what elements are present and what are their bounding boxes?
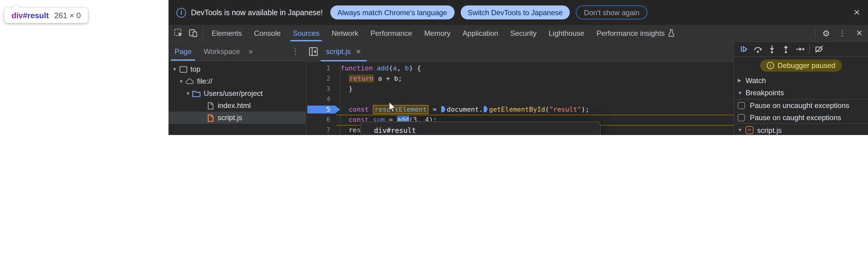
tab-memory[interactable]: Memory <box>418 25 457 41</box>
code-token <box>369 106 373 114</box>
infobar-close-icon[interactable]: ✕ <box>854 8 860 17</box>
tab-label: Performance insights <box>596 29 664 37</box>
section-watch[interactable]: ▶ Watch <box>734 74 868 87</box>
tree-item-label: Users/user/project <box>204 89 263 98</box>
tree-item-top[interactable]: ▼top <box>168 63 306 75</box>
editor-tab-scriptjs[interactable]: script.js ✕ <box>321 42 367 61</box>
line-content: } <box>330 84 353 94</box>
code-token: ) { <box>409 64 421 72</box>
pause-uncaught-checkbox[interactable] <box>738 102 745 109</box>
switch-devtools-japanese-button[interactable]: Switch DevTools to Japanese <box>460 5 570 20</box>
line-number[interactable]: 5 <box>306 104 330 115</box>
tree-item-script-js[interactable]: script.js <box>168 112 306 124</box>
deactivate-breakpoints-button[interactable] <box>812 42 826 56</box>
line-number[interactable]: 4 <box>306 94 330 104</box>
debugger-paused-pill: i Debugger paused <box>760 59 842 71</box>
code-token: document. <box>447 106 483 114</box>
devtools-window: i DevTools is now available in Japanese!… <box>168 0 868 135</box>
chevron-right-icon: ▶ <box>738 78 746 83</box>
pause-caught-checkbox[interactable] <box>738 114 745 121</box>
tab-performance-insights[interactable]: Performance insights <box>590 25 680 41</box>
toggle-navigator-icon[interactable] <box>306 44 321 59</box>
line-number[interactable]: 6 <box>306 115 330 125</box>
code-token: "result" <box>549 106 581 114</box>
code-token: a + b; <box>374 74 402 83</box>
breakpoint-group[interactable]: ▼ ‹› script.js <box>734 124 868 135</box>
tab-security[interactable]: Security <box>504 25 543 41</box>
tab-label: Lighthouse <box>549 29 584 37</box>
tree-item-label: top <box>190 65 200 73</box>
step-button[interactable] <box>793 42 807 56</box>
line-number[interactable]: 7 <box>306 125 330 135</box>
code-token: a <box>393 64 397 72</box>
line-number[interactable]: 3 <box>306 84 330 94</box>
tree-item-file-[interactable]: ▼file:// <box>168 75 306 87</box>
section-breakpoints[interactable]: ▼ Breakpoints <box>734 87 868 99</box>
inline-breakpoint-marker-icon[interactable] <box>441 106 445 112</box>
tab-console[interactable]: Console <box>248 25 287 41</box>
tab-label: Security <box>510 29 537 37</box>
tab-sources[interactable]: Sources <box>287 25 326 41</box>
code-line-1[interactable]: 1function add(a, b) { <box>306 63 734 73</box>
code-token: , <box>397 64 405 72</box>
flask-icon <box>668 29 674 37</box>
code-token: resultElement <box>373 105 429 114</box>
tab-performance[interactable]: Performance <box>364 25 418 41</box>
inspect-element-icon[interactable] <box>171 26 185 40</box>
settings-gear-icon[interactable]: ⚙ <box>818 28 834 38</box>
inline-breakpoint-marker-icon[interactable] <box>484 106 488 112</box>
tree-item-label: script.js <box>218 114 242 122</box>
paused-info-icon: i <box>767 62 774 69</box>
code-token: = <box>429 106 441 114</box>
device-toolbar-icon[interactable] <box>185 26 200 40</box>
tab-close-icon[interactable]: ✕ <box>355 48 361 56</box>
tab-network[interactable]: Network <box>326 25 364 41</box>
code-line-2[interactable]: 2 return a + b; <box>306 73 734 84</box>
close-devtools-icon[interactable]: ✕ <box>850 29 868 38</box>
line-number[interactable]: 1 <box>306 63 330 73</box>
code-line-4[interactable]: 4 <box>306 94 734 104</box>
resume-button[interactable] <box>737 42 751 56</box>
more-tabs-icon[interactable]: » <box>249 47 253 56</box>
code-editor[interactable]: 1function add(a, b) {2 return a + b;3 }4… <box>306 62 734 135</box>
code-line-5[interactable]: 5 const resultElement = document.getElem… <box>306 104 734 115</box>
tab-lighthouse[interactable]: Lighthouse <box>542 25 590 41</box>
step-out-button[interactable] <box>779 42 793 56</box>
code-token: getElementById <box>489 106 545 114</box>
code-line-3[interactable]: 3 } <box>306 84 734 94</box>
pause-uncaught-row[interactable]: Pause on uncaught exceptions <box>734 99 868 112</box>
popup-node-name: div#result <box>361 124 600 135</box>
folder-icon <box>192 89 200 98</box>
tab-application[interactable]: Application <box>457 25 504 41</box>
breakpoint-file-label: script.js <box>757 126 782 134</box>
tree-item-index-html[interactable]: index.html <box>168 99 306 112</box>
editor-tabstrip: script.js ✕ <box>306 42 734 62</box>
tab-workspace[interactable]: Workspace <box>197 42 246 61</box>
step-over-button[interactable] <box>751 42 765 56</box>
expand-arrow-icon[interactable]: ▼ <box>178 79 185 84</box>
pause-caught-row[interactable]: Pause on caught exceptions <box>734 112 868 124</box>
code-token: return <box>349 74 374 83</box>
tab-label: Application <box>463 29 498 37</box>
mouse-cursor <box>389 102 396 115</box>
tree-item-label: file:// <box>197 77 213 86</box>
inspected-page: div#result261 × 0 <box>0 0 168 135</box>
expand-arrow-icon[interactable]: ▼ <box>171 66 178 72</box>
tree-item-users-user-project[interactable]: ▼Users/user/project <box>168 87 306 99</box>
navigator-menu-icon[interactable]: ⋮ <box>291 47 300 56</box>
more-options-icon[interactable]: ⋮ <box>834 29 850 38</box>
pause-caught-label: Pause on caught exceptions <box>750 113 841 122</box>
editor-tab-label: script.js <box>326 47 351 56</box>
expand-arrow-icon[interactable]: ▼ <box>184 91 191 96</box>
match-chrome-language-button[interactable]: Always match Chrome's language <box>330 5 454 20</box>
step-into-button[interactable] <box>765 42 779 56</box>
line-content: const resultElement = document.getElemen… <box>330 104 589 115</box>
tab-elements[interactable]: Elements <box>206 25 248 41</box>
file-tree: ▼top▼file://▼Users/user/projectindex.htm… <box>168 61 306 124</box>
dont-show-again-button[interactable]: Don't show again <box>576 5 647 20</box>
line-number[interactable]: 2 <box>306 73 330 84</box>
code-token <box>341 106 349 114</box>
language-infobar: i DevTools is now available in Japanese!… <box>168 0 868 25</box>
tab-page[interactable]: Page <box>168 42 197 61</box>
tree-item-label: index.html <box>218 101 251 110</box>
